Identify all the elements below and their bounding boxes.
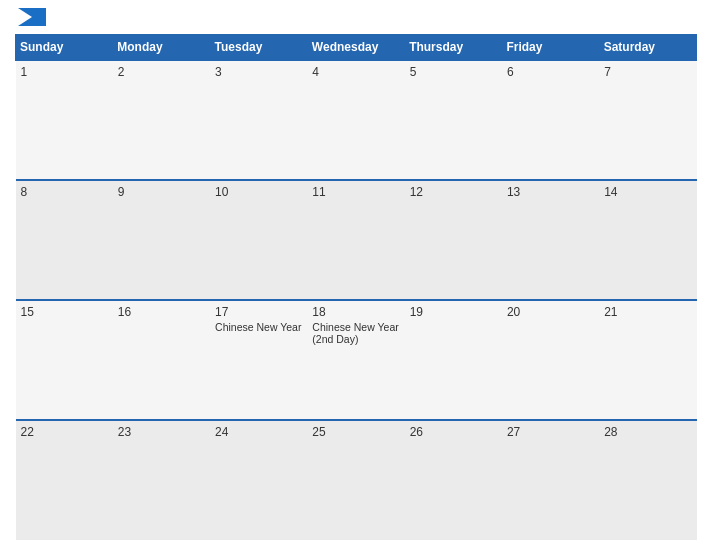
day-number: 7: [604, 65, 691, 79]
logo: [15, 10, 46, 26]
calendar-day-cell: 14: [599, 180, 696, 300]
day-number: 15: [21, 305, 108, 319]
day-number: 10: [215, 185, 302, 199]
day-number: 2: [118, 65, 205, 79]
day-number: 13: [507, 185, 594, 199]
calendar-day-cell: 21: [599, 300, 696, 420]
calendar-day-cell: 23: [113, 420, 210, 540]
calendar-day-cell: 17Chinese New Year: [210, 300, 307, 420]
calendar-week-row: 1234567: [16, 60, 697, 180]
weekday-header-tuesday: Tuesday: [210, 35, 307, 61]
day-number: 11: [312, 185, 399, 199]
day-number: 4: [312, 65, 399, 79]
logo-flag-icon: [18, 8, 46, 26]
day-number: 8: [21, 185, 108, 199]
weekday-header-monday: Monday: [113, 35, 210, 61]
day-number: 28: [604, 425, 691, 439]
day-number: 17: [215, 305, 302, 319]
calendar-day-cell: 26: [405, 420, 502, 540]
day-number: 6: [507, 65, 594, 79]
calendar-day-cell: 2: [113, 60, 210, 180]
calendar-day-cell: 11: [307, 180, 404, 300]
calendar-day-cell: 22: [16, 420, 113, 540]
calendar-day-cell: 7: [599, 60, 696, 180]
weekday-header-friday: Friday: [502, 35, 599, 61]
calendar-day-cell: 18Chinese New Year (2nd Day): [307, 300, 404, 420]
day-event: Chinese New Year: [215, 321, 302, 333]
weekday-header-sunday: Sunday: [16, 35, 113, 61]
day-number: 1: [21, 65, 108, 79]
day-number: 25: [312, 425, 399, 439]
day-number: 20: [507, 305, 594, 319]
day-number: 23: [118, 425, 205, 439]
day-event: Chinese New Year (2nd Day): [312, 321, 399, 345]
day-number: 12: [410, 185, 497, 199]
calendar-day-cell: 19: [405, 300, 502, 420]
calendar-day-cell: 13: [502, 180, 599, 300]
calendar-day-cell: 4: [307, 60, 404, 180]
calendar-day-cell: 12: [405, 180, 502, 300]
calendar-day-cell: 25: [307, 420, 404, 540]
calendar-day-cell: 16: [113, 300, 210, 420]
calendar-day-cell: 1: [16, 60, 113, 180]
calendar-day-cell: 15: [16, 300, 113, 420]
weekday-header-saturday: Saturday: [599, 35, 696, 61]
day-number: 5: [410, 65, 497, 79]
calendar-day-cell: 28: [599, 420, 696, 540]
day-number: 18: [312, 305, 399, 319]
calendar-week-row: 22232425262728: [16, 420, 697, 540]
calendar-week-row: 891011121314: [16, 180, 697, 300]
calendar-day-cell: 3: [210, 60, 307, 180]
day-number: 27: [507, 425, 594, 439]
calendar-day-cell: 10: [210, 180, 307, 300]
day-number: 14: [604, 185, 691, 199]
calendar-day-cell: 5: [405, 60, 502, 180]
day-number: 3: [215, 65, 302, 79]
calendar-day-cell: 27: [502, 420, 599, 540]
calendar-week-row: 151617Chinese New Year18Chinese New Year…: [16, 300, 697, 420]
day-number: 19: [410, 305, 497, 319]
weekday-header-row: SundayMondayTuesdayWednesdayThursdayFrid…: [16, 35, 697, 61]
day-number: 9: [118, 185, 205, 199]
calendar-day-cell: 6: [502, 60, 599, 180]
day-number: 22: [21, 425, 108, 439]
day-number: 26: [410, 425, 497, 439]
header: [15, 10, 697, 26]
calendar-table: SundayMondayTuesdayWednesdayThursdayFrid…: [15, 34, 697, 540]
calendar-day-cell: 8: [16, 180, 113, 300]
weekday-header-wednesday: Wednesday: [307, 35, 404, 61]
day-number: 21: [604, 305, 691, 319]
calendar-day-cell: 24: [210, 420, 307, 540]
day-number: 24: [215, 425, 302, 439]
weekday-header-thursday: Thursday: [405, 35, 502, 61]
calendar-day-cell: 9: [113, 180, 210, 300]
calendar-page: SundayMondayTuesdayWednesdayThursdayFrid…: [0, 0, 712, 550]
calendar-day-cell: 20: [502, 300, 599, 420]
day-number: 16: [118, 305, 205, 319]
